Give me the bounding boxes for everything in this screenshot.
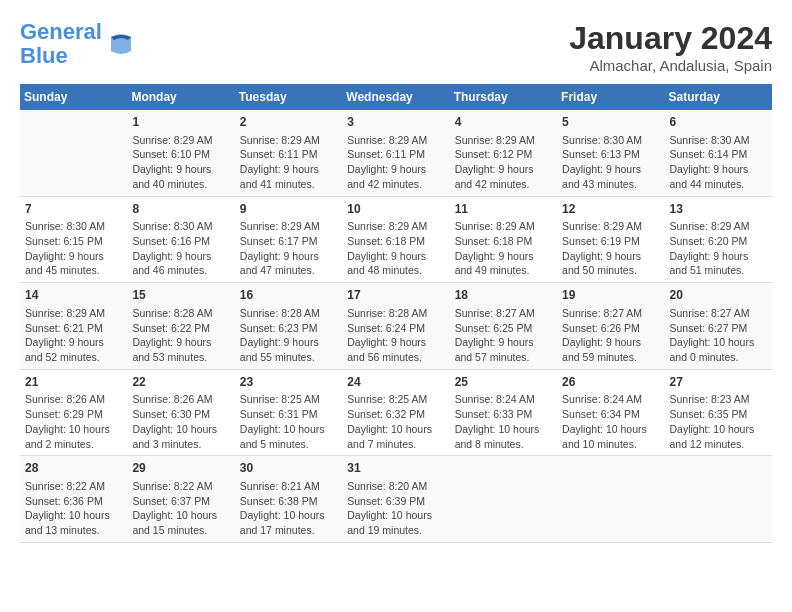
calendar-week-row: 21Sunrise: 8:26 AM Sunset: 6:29 PM Dayli… [20,369,772,456]
day-info: Sunrise: 8:29 AM Sunset: 6:19 PM Dayligh… [562,219,659,278]
calendar-cell: 20Sunrise: 8:27 AM Sunset: 6:27 PM Dayli… [665,283,772,370]
weekday-header: Tuesday [235,84,342,110]
calendar-cell: 27Sunrise: 8:23 AM Sunset: 6:35 PM Dayli… [665,369,772,456]
calendar-cell: 24Sunrise: 8:25 AM Sunset: 6:32 PM Dayli… [342,369,449,456]
day-info: Sunrise: 8:22 AM Sunset: 6:36 PM Dayligh… [25,479,122,538]
day-number: 27 [670,374,767,391]
day-number: 11 [455,201,552,218]
calendar-cell: 10Sunrise: 8:29 AM Sunset: 6:18 PM Dayli… [342,196,449,283]
day-number: 24 [347,374,444,391]
calendar-cell: 17Sunrise: 8:28 AM Sunset: 6:24 PM Dayli… [342,283,449,370]
day-info: Sunrise: 8:27 AM Sunset: 6:26 PM Dayligh… [562,306,659,365]
calendar-week-row: 1Sunrise: 8:29 AM Sunset: 6:10 PM Daylig… [20,110,772,196]
weekday-header: Sunday [20,84,127,110]
day-info: Sunrise: 8:29 AM Sunset: 6:10 PM Dayligh… [132,133,229,192]
day-info: Sunrise: 8:30 AM Sunset: 6:15 PM Dayligh… [25,219,122,278]
calendar-cell: 11Sunrise: 8:29 AM Sunset: 6:18 PM Dayli… [450,196,557,283]
day-number: 26 [562,374,659,391]
day-info: Sunrise: 8:27 AM Sunset: 6:25 PM Dayligh… [455,306,552,365]
day-number: 6 [670,114,767,131]
day-number: 7 [25,201,122,218]
day-info: Sunrise: 8:29 AM Sunset: 6:20 PM Dayligh… [670,219,767,278]
day-info: Sunrise: 8:29 AM Sunset: 6:11 PM Dayligh… [240,133,337,192]
day-number: 21 [25,374,122,391]
day-number: 12 [562,201,659,218]
calendar-cell: 5Sunrise: 8:30 AM Sunset: 6:13 PM Daylig… [557,110,664,196]
day-number: 18 [455,287,552,304]
calendar-cell: 23Sunrise: 8:25 AM Sunset: 6:31 PM Dayli… [235,369,342,456]
day-number: 2 [240,114,337,131]
calendar-header-row: SundayMondayTuesdayWednesdayThursdayFrid… [20,84,772,110]
day-info: Sunrise: 8:28 AM Sunset: 6:24 PM Dayligh… [347,306,444,365]
calendar-cell [557,456,664,543]
day-number: 1 [132,114,229,131]
page-header: GeneralBlue January 2024 Almachar, Andal… [20,20,772,74]
day-number: 29 [132,460,229,477]
calendar-week-row: 7Sunrise: 8:30 AM Sunset: 6:15 PM Daylig… [20,196,772,283]
day-info: Sunrise: 8:24 AM Sunset: 6:33 PM Dayligh… [455,392,552,451]
calendar-cell: 29Sunrise: 8:22 AM Sunset: 6:37 PM Dayli… [127,456,234,543]
calendar-cell [20,110,127,196]
weekday-header: Wednesday [342,84,449,110]
title-block: January 2024 Almachar, Andalusia, Spain [569,20,772,74]
day-number: 15 [132,287,229,304]
calendar-cell: 7Sunrise: 8:30 AM Sunset: 6:15 PM Daylig… [20,196,127,283]
calendar-cell: 19Sunrise: 8:27 AM Sunset: 6:26 PM Dayli… [557,283,664,370]
day-number: 23 [240,374,337,391]
weekday-header: Thursday [450,84,557,110]
calendar-cell [450,456,557,543]
day-info: Sunrise: 8:26 AM Sunset: 6:29 PM Dayligh… [25,392,122,451]
day-number: 14 [25,287,122,304]
day-info: Sunrise: 8:30 AM Sunset: 6:13 PM Dayligh… [562,133,659,192]
day-number: 8 [132,201,229,218]
calendar-week-row: 14Sunrise: 8:29 AM Sunset: 6:21 PM Dayli… [20,283,772,370]
day-number: 22 [132,374,229,391]
calendar-cell: 8Sunrise: 8:30 AM Sunset: 6:16 PM Daylig… [127,196,234,283]
weekday-header: Friday [557,84,664,110]
day-number: 10 [347,201,444,218]
calendar-cell: 30Sunrise: 8:21 AM Sunset: 6:38 PM Dayli… [235,456,342,543]
day-info: Sunrise: 8:25 AM Sunset: 6:32 PM Dayligh… [347,392,444,451]
day-number: 5 [562,114,659,131]
day-number: 20 [670,287,767,304]
calendar-table: SundayMondayTuesdayWednesdayThursdayFrid… [20,84,772,543]
day-number: 17 [347,287,444,304]
calendar-cell: 22Sunrise: 8:26 AM Sunset: 6:30 PM Dayli… [127,369,234,456]
calendar-cell: 6Sunrise: 8:30 AM Sunset: 6:14 PM Daylig… [665,110,772,196]
weekday-header: Saturday [665,84,772,110]
day-number: 31 [347,460,444,477]
day-info: Sunrise: 8:24 AM Sunset: 6:34 PM Dayligh… [562,392,659,451]
day-info: Sunrise: 8:26 AM Sunset: 6:30 PM Dayligh… [132,392,229,451]
day-info: Sunrise: 8:25 AM Sunset: 6:31 PM Dayligh… [240,392,337,451]
calendar-cell: 13Sunrise: 8:29 AM Sunset: 6:20 PM Dayli… [665,196,772,283]
calendar-cell: 26Sunrise: 8:24 AM Sunset: 6:34 PM Dayli… [557,369,664,456]
calendar-cell: 15Sunrise: 8:28 AM Sunset: 6:22 PM Dayli… [127,283,234,370]
day-number: 25 [455,374,552,391]
month-title: January 2024 [569,20,772,57]
logo: GeneralBlue [20,20,136,68]
calendar-cell: 28Sunrise: 8:22 AM Sunset: 6:36 PM Dayli… [20,456,127,543]
calendar-cell: 2Sunrise: 8:29 AM Sunset: 6:11 PM Daylig… [235,110,342,196]
calendar-cell: 9Sunrise: 8:29 AM Sunset: 6:17 PM Daylig… [235,196,342,283]
location-title: Almachar, Andalusia, Spain [569,57,772,74]
day-number: 9 [240,201,337,218]
day-info: Sunrise: 8:29 AM Sunset: 6:21 PM Dayligh… [25,306,122,365]
day-info: Sunrise: 8:29 AM Sunset: 6:11 PM Dayligh… [347,133,444,192]
day-info: Sunrise: 8:29 AM Sunset: 6:17 PM Dayligh… [240,219,337,278]
calendar-cell: 12Sunrise: 8:29 AM Sunset: 6:19 PM Dayli… [557,196,664,283]
weekday-header: Monday [127,84,234,110]
calendar-cell: 4Sunrise: 8:29 AM Sunset: 6:12 PM Daylig… [450,110,557,196]
day-number: 13 [670,201,767,218]
day-info: Sunrise: 8:30 AM Sunset: 6:14 PM Dayligh… [670,133,767,192]
calendar-cell: 25Sunrise: 8:24 AM Sunset: 6:33 PM Dayli… [450,369,557,456]
calendar-week-row: 28Sunrise: 8:22 AM Sunset: 6:36 PM Dayli… [20,456,772,543]
day-info: Sunrise: 8:21 AM Sunset: 6:38 PM Dayligh… [240,479,337,538]
day-info: Sunrise: 8:27 AM Sunset: 6:27 PM Dayligh… [670,306,767,365]
calendar-cell: 14Sunrise: 8:29 AM Sunset: 6:21 PM Dayli… [20,283,127,370]
day-info: Sunrise: 8:22 AM Sunset: 6:37 PM Dayligh… [132,479,229,538]
day-info: Sunrise: 8:29 AM Sunset: 6:12 PM Dayligh… [455,133,552,192]
calendar-cell: 21Sunrise: 8:26 AM Sunset: 6:29 PM Dayli… [20,369,127,456]
day-info: Sunrise: 8:23 AM Sunset: 6:35 PM Dayligh… [670,392,767,451]
day-number: 19 [562,287,659,304]
calendar-cell: 31Sunrise: 8:20 AM Sunset: 6:39 PM Dayli… [342,456,449,543]
